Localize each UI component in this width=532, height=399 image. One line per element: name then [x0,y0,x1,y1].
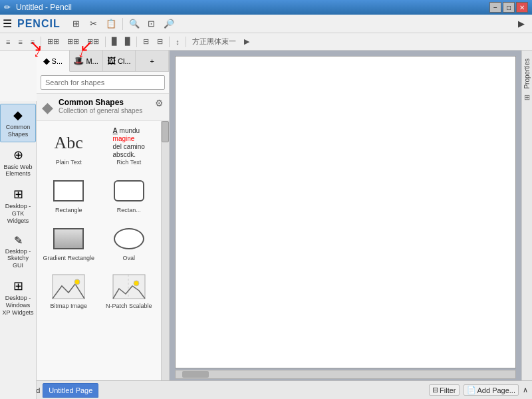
canvas[interactable] [175,56,516,368]
tab-mock[interactable]: 🎩 M... [70,51,103,71]
plain-text-label: Plain Text [56,159,82,166]
format-btn-5[interactable]: ▉ [122,35,134,49]
properties-label: Properties [523,59,531,89]
new-button[interactable]: ⊞ [68,17,84,31]
maximize-button[interactable]: □ [503,2,515,13]
format-btn-2[interactable]: ⊞⊞ [64,35,82,49]
window-title: Untitled - Pencil [16,3,489,12]
toolbar2-sep-1 [41,37,41,47]
tab-shapes-label: S... [52,57,63,65]
rich-text-label: Rich Text [116,159,141,166]
bitmap-preview [50,272,87,301]
filter-icon: ⊟ [432,386,438,394]
shape-rectangle[interactable]: Rectangle [39,172,98,218]
plain-text-preview: Abc [50,128,87,158]
format-btn-3[interactable]: ⊞⊞ [84,35,102,49]
active-page-label: Untitled Page [49,386,92,394]
desktop-winxp-icon: ⊞ [13,279,23,293]
svg-rect-0 [53,275,84,299]
menu-toolbar: ⊞ ✂ 📋 🔍 ⊡ 🔎 [68,17,177,31]
shape-oval[interactable]: Oval [100,219,159,266]
tab-add[interactable]: + [136,51,169,71]
bitmap-label: Bitmap Image [50,303,87,309]
format-btn-8[interactable]: ↕ [172,35,183,49]
shape-npatch[interactable]: N-Patch Scalable [100,267,159,314]
toolbar-separator-1 [122,18,123,30]
add-page-button[interactable]: 📄 Add Page... [464,384,519,396]
rich-text-preview: A mundu magine del camino abscdk. [110,128,148,158]
common-shapes-icon: ◆ [13,108,23,122]
minimize-button[interactable]: − [489,2,501,13]
svg-point-3 [134,281,139,286]
shapes-panel: ◆ S... 🎩 M... 🖼 Cl... + ◆ Common Shapes [37,51,170,380]
close-button[interactable]: ✕ [516,2,528,13]
sidebar-item-desktop-winxp[interactable]: ⊞ Desktop - Windows XP Widgets [0,275,36,320]
paste-button[interactable]: 📋 [103,17,119,31]
sidebar-item-basic-web[interactable]: ⊕ Basic Web Elements [0,144,36,182]
tab-clip-label: Cl... [118,57,131,65]
shapes-tab-icon: ◆ [43,56,50,66]
align-left-button[interactable]: ≡ [3,35,13,49]
more-format-button[interactable]: ▶ [241,35,253,49]
category-desc: Collection of general shapes [59,107,155,114]
more-button[interactable]: ▶ [513,17,529,31]
svg-rect-2 [113,275,145,299]
shapes-scrollbar[interactable] [161,121,169,380]
desktop-sketchy-icon: ✎ [14,234,23,247]
format-btn-4[interactable]: ▉ [108,35,120,49]
expand-icon[interactable]: ∨ [15,396,22,399]
format-btn-7[interactable]: ⊟ [154,35,166,49]
fit-button[interactable]: ⊡ [144,17,160,31]
shapes-scrollbar-thumb[interactable] [162,121,169,142]
align-center-button[interactable]: ≡ [15,35,25,49]
search-bar [37,72,169,94]
search-input[interactable] [41,75,165,90]
shape-bitmap[interactable]: Bitmap Image [39,267,98,314]
toolbar-right: ▶ [513,17,529,31]
category-info: Common Shapes Collection of general shap… [59,98,155,114]
window-controls: − □ ✕ [489,2,528,13]
rounded-rect-preview [110,176,148,205]
shape-plain-text[interactable]: Abc Plain Text [39,124,98,170]
desktop-gtk-icon: ⊞ [13,187,23,201]
tab-shapes[interactable]: ◆ S... [37,51,70,72]
cut-button[interactable]: ✂ [86,17,102,31]
oval-icon [114,228,144,249]
addpage-label: Add Page... [477,386,516,394]
hamburger-menu[interactable]: ☰ [3,17,12,30]
rich-text-icon: A mundu magine del camino abscdk. [113,127,145,159]
rounded-rect-label: Rectan... [117,207,141,213]
desktop-sketchy-label: Desktop - Sketchy GUI [2,248,34,269]
sidebar-item-desktop-sketchy[interactable]: ✎ Desktop - Sketchy GUI [0,230,36,273]
shape-rich-text[interactable]: A mundu magine del camino abscdk. Rich T… [100,124,159,170]
font-selector[interactable]: 方正黑体束一 [189,35,239,49]
zoom-in-button[interactable]: 🔍 [126,17,142,31]
filter-button[interactable]: ⊟ Filter [429,384,459,396]
sidebar-bottom: ∨ ⊞ [11,396,25,399]
canvas-hscroll-thumb[interactable] [182,371,209,378]
common-shapes-label: Common Shapes [2,124,34,138]
desktop-gtk-label: Desktop - GTK Widgets [2,203,34,224]
expand-chevron[interactable]: ∧ [523,386,528,394]
active-page-tab[interactable]: Untitled Page [43,383,98,398]
canvas-area [170,51,521,380]
toolbar2-sep-4 [169,37,170,47]
sidebar-item-common-shapes[interactable]: ◆ Common Shapes [0,104,36,142]
status-bar: 📄 Untitled Untitled Page ⊟ Filter 📄 Add … [0,380,532,399]
format-btn-6[interactable]: ⊟ [140,35,152,49]
sidebar-item-desktop-gtk[interactable]: ⊞ Desktop - GTK Widgets [0,183,36,228]
shape-gradient-rect[interactable]: Gradient Rectangle [39,219,98,266]
align-right-button[interactable]: ≡ [27,35,38,49]
sidebar-nav: ◆ Common Shapes ⊕ Basic Web Elements ⊞ D… [0,101,37,399]
gradient-rect-preview [50,224,87,253]
desktop-winxp-label: Desktop - Windows XP Widgets [2,295,34,316]
category-icon: ◆ [42,99,53,116]
zoom-out-button[interactable]: 🔎 [161,17,177,31]
format-btn-1[interactable]: ⊞⊞ [44,35,63,49]
canvas-hscrollbar[interactable] [175,370,516,379]
tab-clip[interactable]: 🖼 Cl... [103,51,136,71]
clip-tab-icon: 🖼 [107,56,116,66]
gear-icon[interactable]: ⚙ [155,98,164,108]
shape-rounded-rect[interactable]: Rectan... [100,172,159,218]
filter-label: Filter [440,386,456,394]
